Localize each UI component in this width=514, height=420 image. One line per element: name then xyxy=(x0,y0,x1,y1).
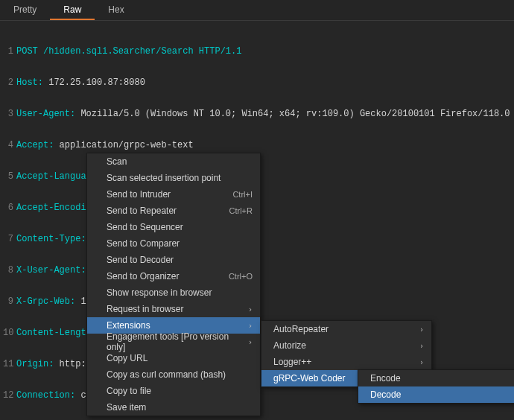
menu-request-in-browser[interactable]: Request in browser› xyxy=(87,301,260,317)
line-number: 8 xyxy=(3,265,15,276)
menu-ext-logger[interactable]: Logger++› xyxy=(261,354,431,370)
header-name: Content-Length: xyxy=(16,328,97,338)
menu-send-intruder[interactable]: Send to IntruderCtrl+I xyxy=(87,186,260,203)
menu-scan[interactable]: Scan xyxy=(87,153,260,170)
header-name: X-Grpc-Web: xyxy=(16,296,75,307)
menu-grpc-encode[interactable]: Encode xyxy=(358,370,514,386)
line-number: 5 xyxy=(3,171,15,182)
menu-send-decoder[interactable]: Send to Decoder xyxy=(87,252,260,268)
menu-grpc-decode[interactable]: Decode xyxy=(358,386,514,403)
menu-show-response-browser[interactable]: Show response in browser xyxy=(87,284,260,301)
menu-scan-selected[interactable]: Scan selected insertion point xyxy=(87,170,260,186)
header-name: Host: xyxy=(16,77,43,88)
line-number: 4 xyxy=(3,140,15,150)
line-number: 10 xyxy=(3,328,15,338)
menu-send-repeater[interactable]: Send to RepeaterCtrl+R xyxy=(87,203,260,219)
header-name: Content-Type: xyxy=(16,234,86,244)
header-name: Origin: xyxy=(16,359,54,369)
menu-ext-autorepeater[interactable]: AutoRepeater› xyxy=(261,321,431,337)
header-value: 1 xyxy=(75,296,86,307)
menu-copy-curl[interactable]: Copy as curl command (bash) xyxy=(87,366,260,383)
header-name: X-User-Agent: xyxy=(16,265,86,276)
menu-copy-to-file[interactable]: Copy to file xyxy=(87,383,260,399)
tab-pretty[interactable]: Pretty xyxy=(0,0,50,20)
line-number: 3 xyxy=(3,109,15,119)
header-value: 172.25.100.87:8080 xyxy=(43,77,145,88)
menu-engagement-tools[interactable]: Engagement tools [Pro version only]› xyxy=(87,334,260,350)
menu-send-organizer[interactable]: Send to OrganizerCtrl+O xyxy=(87,268,260,284)
request-line: POST /hidden.sqli.Searcher/Search HTTP/1… xyxy=(15,46,241,57)
header-name: Connection: xyxy=(16,390,75,401)
tab-raw[interactable]: Raw xyxy=(50,0,95,20)
chevron-right-icon: › xyxy=(248,305,253,314)
chevron-right-icon: › xyxy=(419,342,424,350)
chevron-right-icon: › xyxy=(248,322,253,330)
line-number: 6 xyxy=(3,203,15,213)
header-name: Accept: xyxy=(16,140,54,150)
line-number: 11 xyxy=(3,359,15,369)
line-number: 1 xyxy=(3,46,15,57)
tab-hex[interactable]: Hex xyxy=(95,0,137,20)
menu-send-sequencer[interactable]: Send to Sequencer xyxy=(87,219,260,235)
menu-save-item[interactable]: Save item xyxy=(87,399,260,416)
header-value: application/grpc-web-text xyxy=(54,140,193,150)
grpc-coder-submenu: Encode Decode xyxy=(358,369,514,404)
line-number: 12 xyxy=(3,390,15,401)
shortcut-label: Ctrl+R xyxy=(229,206,253,215)
menu-ext-autorize[interactable]: Autorize› xyxy=(261,337,431,354)
chevron-right-icon: › xyxy=(419,358,424,366)
shortcut-label: Ctrl+I xyxy=(232,190,253,199)
line-number: 2 xyxy=(3,77,15,88)
chevron-right-icon: › xyxy=(419,325,424,334)
view-tabs: Pretty Raw Hex xyxy=(0,0,514,21)
line-number: 7 xyxy=(3,234,15,244)
header-name: User-Agent: xyxy=(16,109,75,119)
context-menu: Scan Scan selected insertion point Send … xyxy=(86,153,261,416)
header-value: Mozilla/5.0 (Windows NT 10.0; Win64; x64… xyxy=(75,109,510,119)
menu-copy-url[interactable]: Copy URL xyxy=(87,350,260,366)
shortcut-label: Ctrl+O xyxy=(229,272,253,281)
menu-send-comparer[interactable]: Send to Comparer xyxy=(87,235,260,252)
line-number: 9 xyxy=(3,296,15,307)
chevron-right-icon: › xyxy=(248,338,253,346)
